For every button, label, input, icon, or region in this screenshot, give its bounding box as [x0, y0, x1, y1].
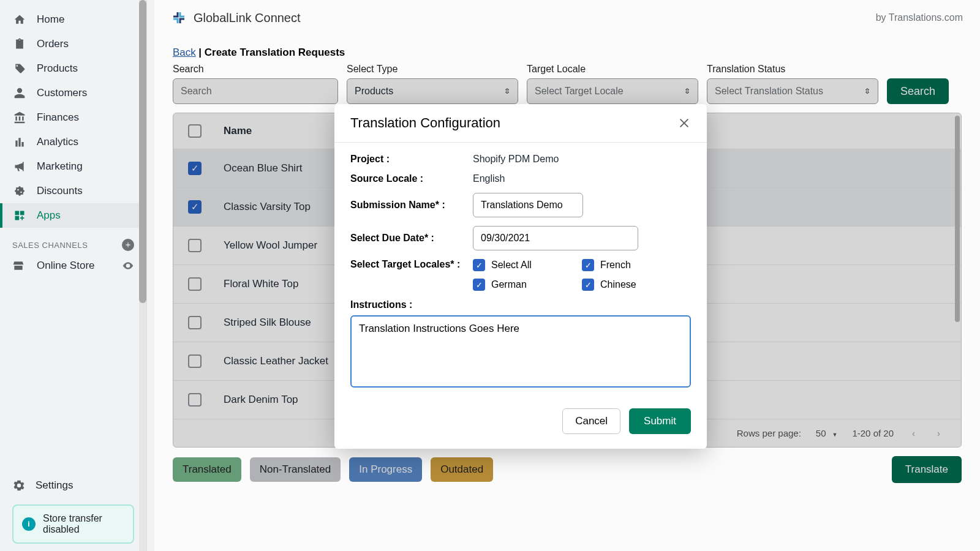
source-locale-label: Source Locale : — [350, 173, 473, 184]
row-name: Yellow Wool Jumper — [202, 239, 317, 252]
section-label: SALES CHANNELS — [12, 241, 88, 250]
row-checkbox[interactable] — [188, 393, 202, 407]
status-select[interactable]: Select Translation Status — [707, 78, 878, 104]
locale-label: French — [600, 260, 631, 271]
apps-icon — [12, 209, 27, 222]
banner-text: Store transfer disabled — [43, 513, 124, 535]
chip-translated[interactable]: Translated — [173, 457, 241, 482]
app-byline: by Translations.com — [876, 12, 963, 23]
type-select[interactable]: Products — [347, 78, 518, 104]
back-link[interactable]: Back — [173, 47, 196, 58]
channel-online-store[interactable]: Online Store — [0, 255, 146, 277]
app-title: GlobalLink Connect — [194, 11, 301, 25]
locale-checkbox[interactable]: ✓ — [473, 279, 485, 291]
row-name: Striped Silk Blouse — [202, 317, 311, 329]
translation-config-modal: Translation Configuration Project : Shop… — [334, 104, 707, 449]
store-transfer-banner: i Store transfer disabled — [12, 504, 134, 544]
analytics-icon — [12, 136, 27, 148]
nav-label: Orders — [37, 38, 69, 50]
locale-checkbox[interactable]: ✓ — [582, 279, 594, 291]
due-date-label: Select Due Date* : — [350, 233, 473, 244]
rows-per-page-select[interactable]: 50 — [816, 428, 838, 438]
nav-label: Customers — [37, 87, 87, 99]
person-icon — [12, 87, 27, 99]
nav-settings[interactable]: Settings — [12, 471, 134, 504]
row-checkbox[interactable]: ✓ — [188, 200, 202, 214]
bank-icon — [12, 111, 27, 124]
add-channel-button[interactable]: ＋ — [122, 239, 134, 251]
translate-button[interactable]: Translate — [892, 456, 962, 483]
discount-icon — [12, 185, 27, 197]
locale-label: Chinese — [600, 279, 636, 290]
locale-option[interactable]: ✓French — [582, 259, 691, 271]
row-checkbox[interactable] — [188, 354, 202, 368]
nav-finances[interactable]: Finances — [0, 105, 146, 130]
due-date-input[interactable] — [473, 226, 638, 250]
submission-name-input[interactable] — [473, 193, 583, 217]
row-name: Classic Varsity Top — [202, 201, 311, 213]
submission-name-label: Submission Name* : — [350, 200, 473, 211]
project-value: Shopify PDM Demo — [473, 154, 691, 165]
search-input[interactable]: Search — [173, 78, 338, 104]
sidebar: Home Orders Products Customers Finances … — [0, 0, 147, 551]
row-name: Floral White Top — [202, 278, 299, 290]
target-locales-label: Select Target Locales* : — [350, 259, 473, 270]
instructions-label: Instructions : — [350, 299, 691, 310]
nav-customers[interactable]: Customers — [0, 81, 146, 105]
next-page-button[interactable]: › — [933, 428, 944, 438]
locale-label: Select All — [491, 260, 532, 271]
type-label: Select Type — [347, 64, 518, 75]
nav-label: Marketing — [37, 160, 83, 173]
nav-apps[interactable]: Apps — [0, 203, 146, 228]
nav-analytics[interactable]: Analytics — [0, 130, 146, 154]
locale-label: German — [491, 279, 527, 290]
select-all-checkbox[interactable] — [188, 124, 202, 138]
locale-checkbox[interactable]: ✓ — [473, 259, 485, 271]
page-title: Create Translation Requests — [205, 47, 345, 58]
nav-discounts[interactable]: Discounts — [0, 179, 146, 203]
cancel-button[interactable]: Cancel — [562, 408, 620, 434]
row-checkbox[interactable] — [188, 277, 202, 291]
channel-label: Online Store — [37, 260, 95, 272]
rows-per-page-label: Rows per page: — [737, 428, 801, 438]
project-label: Project : — [350, 154, 473, 165]
search-label: Search — [173, 64, 338, 75]
view-store-icon[interactable] — [122, 260, 134, 272]
locale-option[interactable]: ✓Chinese — [582, 279, 691, 291]
nav-products[interactable]: Products — [0, 56, 146, 81]
locale-checkbox[interactable]: ✓ — [582, 259, 594, 271]
prev-page-button[interactable]: ‹ — [908, 428, 919, 438]
status-label: Translation Status — [707, 64, 878, 75]
locale-select[interactable]: Select Target Locale — [527, 78, 698, 104]
chip-outdated[interactable]: Outdated — [431, 457, 493, 482]
nav-orders[interactable]: Orders — [0, 32, 146, 56]
submit-button[interactable]: Submit — [629, 408, 691, 434]
row-name: Dark Denim Top — [202, 394, 298, 406]
range-text: 1-20 of 20 — [852, 428, 894, 438]
home-icon — [12, 13, 27, 26]
nav-home[interactable]: Home — [0, 7, 146, 32]
sales-channels-header: SALES CHANNELS ＋ — [0, 228, 146, 255]
nav-label: Apps — [37, 209, 61, 222]
orders-icon — [12, 38, 27, 50]
nav-marketing[interactable]: Marketing — [0, 154, 146, 179]
nav-label: Discounts — [37, 185, 83, 197]
chip-in-progress[interactable]: In Progress — [349, 457, 422, 482]
table-scrollbar[interactable] — [955, 116, 960, 410]
breadcrumb: Back | Create Translation Requests — [160, 43, 974, 61]
row-checkbox[interactable] — [188, 239, 202, 252]
row-name: Ocean Blue Shirt — [202, 162, 303, 174]
row-checkbox[interactable] — [188, 316, 202, 329]
row-checkbox[interactable]: ✓ — [188, 162, 202, 175]
search-button[interactable]: Search — [887, 78, 949, 104]
sidebar-scrollbar[interactable] — [139, 0, 146, 551]
locale-label: Target Locale — [527, 64, 698, 75]
nav-label: Products — [37, 62, 78, 75]
locale-option[interactable]: ✓Select All — [473, 259, 582, 271]
app-header: GlobalLink Connect by Translations.com — [154, 0, 980, 36]
close-icon[interactable] — [677, 116, 691, 130]
instructions-textarea[interactable] — [350, 315, 691, 388]
chip-non-translated[interactable]: Non-Translated — [250, 457, 341, 482]
locale-option[interactable]: ✓German — [473, 279, 582, 291]
source-locale-value: English — [473, 173, 691, 184]
